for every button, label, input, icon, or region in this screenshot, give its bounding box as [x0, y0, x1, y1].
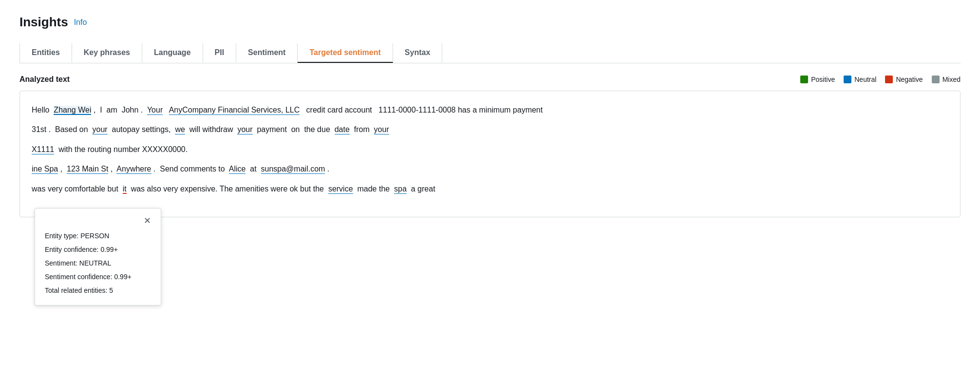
entity-anywhere[interactable]: Anywhere — [116, 165, 151, 174]
tooltip-entity-confidence-row: Entity confidence: 0.99+ — [45, 243, 151, 256]
tab-entities[interactable]: Entities — [19, 43, 72, 63]
tooltip-sentiment-confidence-row: Sentiment confidence: 0.99+ — [45, 270, 151, 284]
analyzed-text-header: Analyzed text Positive Neutral Negative … — [19, 75, 961, 84]
entity-alice[interactable]: Alice — [229, 165, 246, 174]
positive-dot — [800, 76, 808, 83]
text-line-2: 31st . Based on your autopay settings, w… — [32, 120, 948, 139]
entity-it[interactable]: it — [123, 185, 127, 194]
page-title: Insights — [19, 15, 68, 30]
entity-service[interactable]: service — [328, 185, 353, 194]
tooltip-entity-type-label: Entity type: — [45, 232, 78, 240]
text-line-5: was very comfortable but it was also ver… — [32, 180, 948, 198]
word-the-due: the due — [304, 125, 330, 133]
tab-pii[interactable]: PII — [203, 43, 237, 63]
entity-spa[interactable]: spa — [394, 185, 407, 194]
entity-date[interactable]: date — [335, 125, 350, 134]
word-a-great: a great — [411, 185, 435, 193]
tab-key-phrases[interactable]: Key phrases — [72, 43, 142, 63]
tooltip-entity-confidence-label: Entity confidence: — [45, 246, 99, 253]
entity-anycompany[interactable]: AnyCompany Financial Services, LLC — [169, 106, 300, 115]
word-was-also: was also very expensive. The amenities w… — [131, 185, 324, 193]
entity-your-4[interactable]: your — [374, 125, 389, 134]
legend-mixed: Mixed — [932, 76, 961, 83]
tooltip-close-button[interactable]: ✕ — [144, 216, 151, 225]
entity-ine-spa[interactable]: ine Spa — [32, 165, 58, 174]
tooltip-header: ✕ — [45, 216, 151, 225]
negative-dot — [885, 76, 893, 83]
tooltip-total-related-value: 5 — [109, 286, 113, 294]
mixed-label: Mixed — [942, 76, 961, 83]
analyzed-text-title: Analyzed text — [19, 75, 70, 84]
legend-negative: Negative — [885, 76, 923, 83]
tab-targeted-sentiment[interactable]: Targeted sentiment — [298, 43, 393, 63]
header: Insights Info — [19, 15, 961, 30]
entity-your-3[interactable]: your — [237, 125, 252, 134]
tooltip-sentiment-confidence-label: Sentiment confidence: — [45, 273, 113, 281]
analyzed-text-section: Analyzed text Positive Neutral Negative … — [19, 75, 961, 217]
neutral-label: Neutral — [854, 76, 876, 83]
tooltip-sentiment-row: Sentiment: NEUTRAL — [45, 256, 151, 270]
legend-neutral: Neutral — [844, 76, 876, 83]
word-from: from — [354, 125, 370, 133]
word-at: at — [250, 165, 256, 173]
word-made-the: made the — [357, 185, 390, 193]
word-routing: with the routing number XXXXX0000. — [58, 145, 188, 153]
tooltip-sentiment-label: Sentiment: — [45, 259, 77, 267]
word-account-number: 1111-0000-1111-0008 has a minimum paymen… — [378, 106, 543, 114]
entity-zhang-wei[interactable]: Zhang Wei — [54, 106, 91, 115]
text-line-1: Hello Zhang Wei , I am John . Your AnyCo… — [32, 101, 948, 119]
tooltip-total-related-row: Total related entities: 5 — [45, 284, 151, 297]
text-line-3: X1111 with the routing number XXXXX0000. — [32, 140, 948, 159]
legend: Positive Neutral Negative Mixed — [800, 76, 961, 83]
tooltip-total-related-label: Total related entities: — [45, 286, 107, 294]
tab-syntax[interactable]: Syntax — [393, 43, 442, 63]
word-am: am — [107, 106, 117, 114]
entity-we[interactable]: we — [175, 125, 185, 134]
tooltip-sentiment-confidence-value: 0.99+ — [114, 273, 131, 281]
tabs-container: Entities Key phrases Language PII Sentim… — [19, 43, 961, 63]
word-31st: 31st — [32, 125, 46, 133]
word-on: on — [291, 125, 300, 133]
tooltip-entity-confidence-value: 0.99+ — [100, 246, 117, 253]
word-i: I — [100, 106, 102, 114]
word-credit-card-account: credit card account — [306, 106, 372, 114]
neutral-dot — [844, 76, 851, 83]
word-based-on: Based on — [55, 125, 88, 133]
entity-your-1[interactable]: Your — [147, 106, 163, 115]
entity-your-2[interactable]: your — [93, 125, 108, 134]
word-will-withdraw: will withdraw — [189, 125, 233, 133]
text-line-4: ine Spa , 123 Main St , Anywhere . Send … — [32, 160, 948, 178]
tooltip-sentiment-value: NEUTRAL — [79, 259, 111, 267]
word-was-very: was very comfortable but — [32, 185, 118, 193]
word-hello: Hello — [32, 106, 49, 114]
page-container: Insights Info Entities Key phrases Langu… — [0, 0, 980, 381]
info-link[interactable]: Info — [74, 18, 87, 27]
mixed-dot — [932, 76, 940, 83]
tab-language[interactable]: Language — [142, 43, 203, 63]
word-send-comments: Send comments to — [160, 165, 225, 173]
positive-label: Positive — [811, 76, 835, 83]
entity-sunspa-email[interactable]: sunspa@mail.com — [261, 165, 325, 174]
text-area-box: Hello Zhang Wei , I am John . Your AnyCo… — [19, 91, 961, 217]
word-payment-on: payment — [257, 125, 286, 133]
tooltip-entity-type-value: PERSON — [80, 232, 109, 240]
tooltip-entity-type-row: Entity type: PERSON — [45, 229, 151, 243]
word-john: John — [122, 106, 139, 114]
entity-x1111[interactable]: X1111 — [32, 145, 54, 154]
entity-123-main-st[interactable]: 123 Main St — [67, 165, 108, 174]
tooltip-popup: ✕ Entity type: PERSON Entity confidence:… — [35, 208, 161, 305]
negative-label: Negative — [896, 76, 923, 83]
legend-positive: Positive — [800, 76, 835, 83]
word-autopay: autopay settings, — [112, 125, 171, 133]
tab-sentiment[interactable]: Sentiment — [236, 43, 298, 63]
